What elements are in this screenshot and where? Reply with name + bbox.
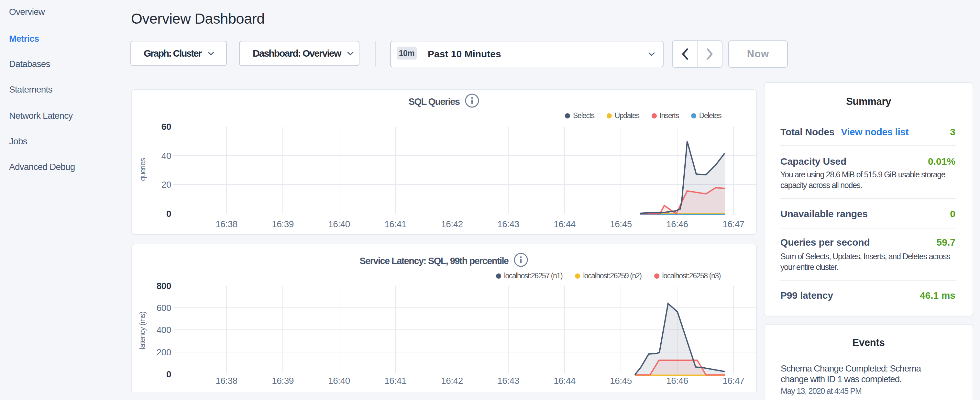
svg-text:20: 20 (161, 180, 171, 190)
svg-text:16:47: 16:47 (722, 376, 745, 386)
svg-text:16:47: 16:47 (722, 219, 745, 229)
svg-text:16:40: 16:40 (328, 219, 350, 229)
svg-text:16:45: 16:45 (610, 219, 632, 229)
svg-text:16:38: 16:38 (215, 219, 237, 229)
svg-text:0: 0 (166, 209, 171, 219)
svg-text:40: 40 (161, 151, 171, 161)
svg-text:16:41: 16:41 (384, 219, 406, 229)
svg-text:16:45: 16:45 (610, 376, 632, 386)
svg-text:60: 60 (161, 122, 171, 132)
svg-text:200: 200 (157, 347, 171, 357)
svg-text:0: 0 (166, 369, 171, 379)
svg-text:queries: queries (138, 158, 147, 181)
svg-text:16:42: 16:42 (441, 219, 463, 229)
svg-text:16:46: 16:46 (666, 219, 688, 229)
svg-text:16:41: 16:41 (384, 376, 406, 386)
svg-text:800: 800 (157, 281, 171, 291)
svg-text:600: 600 (157, 303, 171, 313)
svg-text:16:38: 16:38 (215, 376, 237, 386)
svg-text:16:44: 16:44 (554, 219, 576, 229)
svg-text:16:44: 16:44 (554, 376, 576, 386)
svg-text:16:39: 16:39 (272, 376, 294, 386)
svg-text:latency (ms): latency (ms) (138, 312, 146, 349)
svg-text:16:43: 16:43 (497, 376, 519, 386)
svg-text:16:39: 16:39 (272, 219, 294, 229)
svg-text:16:40: 16:40 (328, 376, 350, 386)
svg-text:16:46: 16:46 (666, 376, 688, 386)
svg-text:16:42: 16:42 (441, 376, 463, 386)
svg-text:16:43: 16:43 (497, 219, 519, 229)
svg-text:400: 400 (157, 325, 171, 335)
